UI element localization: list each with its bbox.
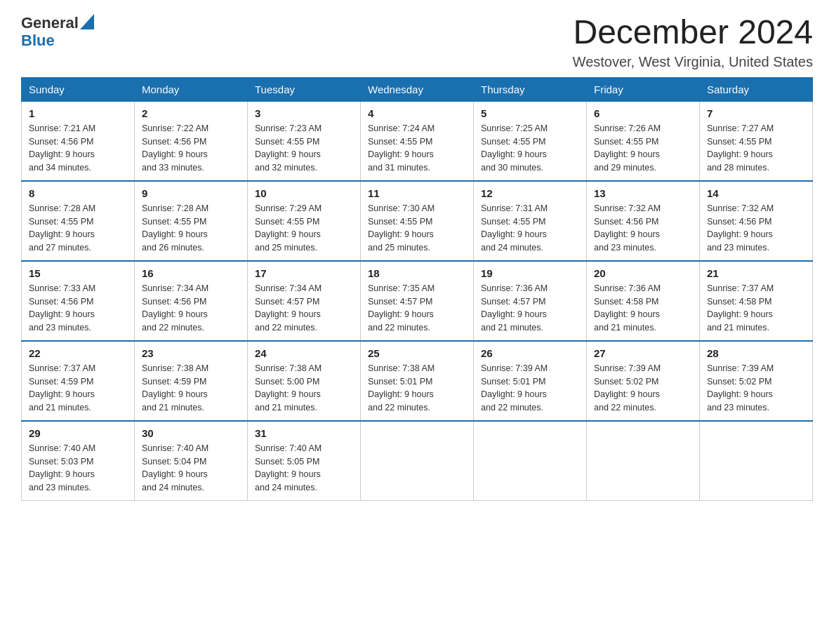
day-cell-3: 3Sunrise: 7:23 AMSunset: 4:55 PMDaylight… [248,101,361,181]
day-info-7: Sunrise: 7:27 AMSunset: 4:55 PMDaylight:… [707,122,805,175]
day-info-14: Sunrise: 7:32 AMSunset: 4:56 PMDaylight:… [707,202,805,255]
day-number-23: 23 [142,347,240,359]
day-cell-26: 26Sunrise: 7:39 AMSunset: 5:01 PMDayligh… [474,341,587,421]
day-cell-13: 13Sunrise: 7:32 AMSunset: 4:56 PMDayligh… [587,181,700,261]
day-cell-29: 29Sunrise: 7:40 AMSunset: 5:03 PMDayligh… [22,421,135,501]
day-cell-1: 1Sunrise: 7:21 AMSunset: 4:56 PMDaylight… [22,101,135,181]
day-info-26: Sunrise: 7:39 AMSunset: 5:01 PMDaylight:… [481,362,579,415]
day-cell-28: 28Sunrise: 7:39 AMSunset: 5:02 PMDayligh… [700,341,813,421]
day-number-26: 26 [481,347,579,359]
svg-marker-0 [80,14,94,29]
page-header: General Blue December 2024 Westover, Wes… [21,14,813,70]
day-info-16: Sunrise: 7:34 AMSunset: 4:56 PMDaylight:… [142,282,240,335]
empty-cell [474,421,587,501]
empty-cell [700,421,813,501]
day-cell-24: 24Sunrise: 7:38 AMSunset: 5:00 PMDayligh… [248,341,361,421]
day-cell-17: 17Sunrise: 7:34 AMSunset: 4:57 PMDayligh… [248,261,361,341]
day-info-20: Sunrise: 7:36 AMSunset: 4:58 PMDaylight:… [594,282,692,335]
day-number-30: 30 [142,427,240,439]
day-number-9: 9 [142,187,240,199]
empty-cell [361,421,474,501]
day-info-11: Sunrise: 7:30 AMSunset: 4:55 PMDaylight:… [368,202,466,255]
day-cell-11: 11Sunrise: 7:30 AMSunset: 4:55 PMDayligh… [361,181,474,261]
day-cell-6: 6Sunrise: 7:26 AMSunset: 4:55 PMDaylight… [587,101,700,181]
day-number-18: 18 [368,267,466,279]
day-info-25: Sunrise: 7:38 AMSunset: 5:01 PMDaylight:… [368,362,466,415]
day-number-22: 22 [29,347,127,359]
day-info-2: Sunrise: 7:22 AMSunset: 4:56 PMDaylight:… [142,122,240,175]
day-info-3: Sunrise: 7:23 AMSunset: 4:55 PMDaylight:… [255,122,353,175]
day-number-14: 14 [707,187,805,199]
day-cell-9: 9Sunrise: 7:28 AMSunset: 4:55 PMDaylight… [135,181,248,261]
day-number-2: 2 [142,107,240,119]
empty-cell [587,421,700,501]
day-cell-27: 27Sunrise: 7:39 AMSunset: 5:02 PMDayligh… [587,341,700,421]
day-cell-7: 7Sunrise: 7:27 AMSunset: 4:55 PMDaylight… [700,101,813,181]
day-info-21: Sunrise: 7:37 AMSunset: 4:58 PMDaylight:… [707,282,805,335]
day-cell-12: 12Sunrise: 7:31 AMSunset: 4:55 PMDayligh… [474,181,587,261]
calendar-table: Sunday Monday Tuesday Wednesday Thursday… [21,77,813,501]
week-row-5: 29Sunrise: 7:40 AMSunset: 5:03 PMDayligh… [22,421,813,501]
day-info-9: Sunrise: 7:28 AMSunset: 4:55 PMDaylight:… [142,202,240,255]
day-cell-19: 19Sunrise: 7:36 AMSunset: 4:57 PMDayligh… [474,261,587,341]
day-info-23: Sunrise: 7:38 AMSunset: 4:59 PMDaylight:… [142,362,240,415]
day-cell-16: 16Sunrise: 7:34 AMSunset: 4:56 PMDayligh… [135,261,248,341]
day-info-17: Sunrise: 7:34 AMSunset: 4:57 PMDaylight:… [255,282,353,335]
day-info-8: Sunrise: 7:28 AMSunset: 4:55 PMDaylight:… [29,202,127,255]
day-number-5: 5 [481,107,579,119]
day-number-29: 29 [29,427,127,439]
day-cell-23: 23Sunrise: 7:38 AMSunset: 4:59 PMDayligh… [135,341,248,421]
day-number-19: 19 [481,267,579,279]
day-number-12: 12 [481,187,579,199]
day-number-10: 10 [255,187,353,199]
day-info-28: Sunrise: 7:39 AMSunset: 5:02 PMDaylight:… [707,362,805,415]
day-cell-10: 10Sunrise: 7:29 AMSunset: 4:55 PMDayligh… [248,181,361,261]
day-info-30: Sunrise: 7:40 AMSunset: 5:04 PMDaylight:… [142,442,240,495]
day-info-24: Sunrise: 7:38 AMSunset: 5:00 PMDaylight:… [255,362,353,415]
calendar-title-section: December 2024 Westover, West Virginia, U… [573,14,813,70]
day-cell-30: 30Sunrise: 7:40 AMSunset: 5:04 PMDayligh… [135,421,248,501]
day-cell-5: 5Sunrise: 7:25 AMSunset: 4:55 PMDaylight… [474,101,587,181]
day-info-18: Sunrise: 7:35 AMSunset: 4:57 PMDaylight:… [368,282,466,335]
day-number-6: 6 [594,107,692,119]
day-number-13: 13 [594,187,692,199]
day-number-15: 15 [29,267,127,279]
day-info-13: Sunrise: 7:32 AMSunset: 4:56 PMDaylight:… [594,202,692,255]
calendar-location: Westover, West Virginia, United States [573,54,813,70]
week-row-3: 15Sunrise: 7:33 AMSunset: 4:56 PMDayligh… [22,261,813,341]
day-number-7: 7 [707,107,805,119]
week-row-1: 1Sunrise: 7:21 AMSunset: 4:56 PMDaylight… [22,101,813,181]
day-cell-8: 8Sunrise: 7:28 AMSunset: 4:55 PMDaylight… [22,181,135,261]
day-number-8: 8 [29,187,127,199]
day-info-15: Sunrise: 7:33 AMSunset: 4:56 PMDaylight:… [29,282,127,335]
day-number-21: 21 [707,267,805,279]
day-number-16: 16 [142,267,240,279]
day-info-27: Sunrise: 7:39 AMSunset: 5:02 PMDaylight:… [594,362,692,415]
header-tuesday: Tuesday [248,77,361,101]
day-info-19: Sunrise: 7:36 AMSunset: 4:57 PMDaylight:… [481,282,579,335]
day-number-28: 28 [707,347,805,359]
day-info-10: Sunrise: 7:29 AMSunset: 4:55 PMDaylight:… [255,202,353,255]
weekday-header-row: Sunday Monday Tuesday Wednesday Thursday… [22,77,813,101]
header-thursday: Thursday [474,77,587,101]
day-info-22: Sunrise: 7:37 AMSunset: 4:59 PMDaylight:… [29,362,127,415]
day-number-1: 1 [29,107,127,119]
day-cell-2: 2Sunrise: 7:22 AMSunset: 4:56 PMDaylight… [135,101,248,181]
day-number-24: 24 [255,347,353,359]
day-number-11: 11 [368,187,466,199]
day-info-31: Sunrise: 7:40 AMSunset: 5:05 PMDaylight:… [255,442,353,495]
header-saturday: Saturday [700,77,813,101]
day-cell-18: 18Sunrise: 7:35 AMSunset: 4:57 PMDayligh… [361,261,474,341]
day-info-29: Sunrise: 7:40 AMSunset: 5:03 PMDaylight:… [29,442,127,495]
week-row-2: 8Sunrise: 7:28 AMSunset: 4:55 PMDaylight… [22,181,813,261]
logo-general-text: General [21,15,79,31]
header-monday: Monday [135,77,248,101]
day-info-4: Sunrise: 7:24 AMSunset: 4:55 PMDaylight:… [368,122,466,175]
day-number-31: 31 [255,427,353,439]
day-number-27: 27 [594,347,692,359]
day-cell-25: 25Sunrise: 7:38 AMSunset: 5:01 PMDayligh… [361,341,474,421]
day-info-12: Sunrise: 7:31 AMSunset: 4:55 PMDaylight:… [481,202,579,255]
day-info-6: Sunrise: 7:26 AMSunset: 4:55 PMDaylight:… [594,122,692,175]
day-number-17: 17 [255,267,353,279]
header-friday: Friday [587,77,700,101]
